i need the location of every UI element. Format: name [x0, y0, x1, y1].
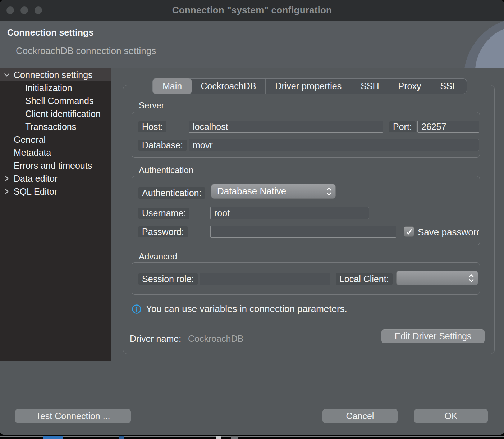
server-group: Host: Port: Database: — [132, 112, 480, 158]
authentication-label: Authentication: — [138, 187, 205, 199]
driver-name-label: Driver name: — [130, 334, 181, 344]
updown-chevrons-icon — [468, 273, 474, 283]
background-fragment — [43, 436, 63, 439]
sidebar-divider — [111, 68, 111, 365]
database-label: Database: — [138, 140, 187, 151]
desktop: Connection "system" configuration Connec… — [0, 0, 504, 439]
page-subtitle: CockroachDB connection settings — [16, 45, 156, 56]
driver-name-value: CockroachDB — [188, 334, 243, 344]
sidebar-item-initialization[interactable]: Initialization — [0, 81, 111, 94]
sidebar-item-general[interactable]: General — [0, 133, 111, 146]
background-fragment — [119, 436, 124, 439]
settings-tree: Connection settings Initialization Shell… — [0, 68, 111, 361]
main-tab-panel: Server Host: Port: Database: Authenticat… — [123, 85, 495, 354]
authentication-group: Authentication: Database Native Username… — [132, 176, 480, 245]
zoom-window-button[interactable] — [35, 6, 42, 14]
advanced-section-title: Advanced — [139, 252, 177, 262]
save-password-label-wrap: Save password — [418, 226, 479, 238]
sidebar-item-label: Metadata — [14, 148, 51, 158]
edit-driver-settings-button[interactable]: Edit Driver Settings — [381, 329, 485, 343]
decorative-swoosh-graphic — [449, 21, 504, 68]
sidebar-item-shell-commands[interactable]: Shell Commands — [0, 94, 111, 107]
authentication-select-value: Database Native — [211, 186, 286, 197]
chevron-right-icon[interactable] — [4, 188, 10, 195]
sidebar-item-label: Initialization — [25, 83, 72, 93]
sidebar-item-label: Connection settings — [14, 70, 93, 80]
password-label: Password: — [138, 226, 188, 237]
local-client-label: Local Client: — [336, 273, 393, 285]
footer-divider — [0, 365, 504, 365]
username-input[interactable] — [210, 207, 369, 219]
info-message: You can use variables in connection para… — [146, 303, 347, 314]
close-window-button[interactable] — [6, 6, 14, 14]
connection-tabs: Main CockroachDB Driver properties SSH P… — [153, 78, 467, 94]
test-connection-button[interactable]: Test Connection ... — [15, 409, 131, 423]
host-label: Host: — [138, 121, 166, 132]
title-bar: Connection "system" configuration — [0, 0, 504, 21]
info-icon — [132, 304, 142, 314]
session-role-input[interactable] — [200, 273, 330, 285]
authentication-select[interactable]: Database Native — [211, 184, 336, 199]
sidebar-item-metadata[interactable]: Metadata — [0, 146, 111, 159]
port-input[interactable] — [417, 121, 479, 133]
tab-driver-properties[interactable]: Driver properties — [265, 79, 351, 94]
tab-ssh[interactable]: SSH — [351, 79, 388, 94]
ok-button[interactable]: OK — [414, 409, 488, 423]
dialog-body: Connection settings Initialization Shell… — [0, 68, 504, 435]
window-title: Connection "system" configuration — [172, 5, 332, 16]
sidebar-item-label: Client identification — [25, 109, 101, 119]
sidebar-item-label: Data editor — [14, 173, 58, 184]
cancel-button[interactable]: Cancel — [322, 409, 398, 423]
tab-main[interactable]: Main — [153, 78, 192, 94]
sidebar-item-connection-settings[interactable]: Connection settings — [0, 68, 111, 81]
panel-divider — [123, 323, 494, 323]
tab-cockroachdb[interactable]: CockroachDB — [191, 79, 265, 94]
sidebar-item-errors-and-timeouts[interactable]: Errors and timeouts — [0, 159, 111, 172]
background-window-edge — [0, 436, 504, 437]
updown-chevrons-icon — [326, 187, 332, 196]
authentication-section-title: Authentication — [139, 165, 193, 175]
server-section-title: Server — [139, 100, 164, 110]
save-password-checkbox[interactable] — [404, 226, 414, 237]
host-input[interactable] — [189, 121, 383, 133]
port-label: Port: — [389, 121, 416, 132]
tab-proxy[interactable]: Proxy — [389, 79, 431, 94]
connection-configuration-dialog: Connection "system" configuration Connec… — [0, 0, 504, 435]
window-controls — [6, 6, 42, 14]
page-title: Connection settings — [7, 27, 93, 38]
sidebar-item-label: SQL Editor — [14, 186, 57, 197]
sidebar-item-label: Errors and timeouts — [14, 160, 92, 171]
session-role-label: Session role: — [138, 273, 198, 285]
info-row: You can use variables in connection para… — [132, 303, 347, 314]
checkmark-icon — [405, 228, 413, 236]
background-fragment — [231, 436, 238, 439]
sidebar-item-client-identification[interactable]: Client identification — [0, 107, 111, 120]
save-password-label: Save password — [418, 227, 479, 237]
chevron-right-icon[interactable] — [4, 175, 10, 182]
sidebar-item-label: Shell Commands — [25, 96, 93, 106]
tab-ssl[interactable]: SSL — [431, 79, 467, 94]
minimize-window-button[interactable] — [20, 6, 28, 14]
sidebar-item-sql-editor[interactable]: SQL Editor — [0, 185, 111, 198]
password-input[interactable] — [210, 226, 396, 238]
dialog-header: Connection settings CockroachDB connecti… — [0, 21, 504, 69]
background-fragment — [216, 436, 221, 439]
advanced-group: Session role: Local Client: — [132, 262, 480, 295]
local-client-select[interactable] — [396, 271, 478, 285]
chevron-down-icon[interactable] — [4, 72, 10, 78]
sidebar-item-label: General — [14, 135, 46, 145]
username-label: Username: — [138, 208, 189, 219]
sidebar-item-label: Transactions — [25, 122, 76, 132]
sidebar-item-transactions[interactable]: Transactions — [0, 120, 111, 133]
database-input[interactable] — [189, 139, 479, 151]
sidebar-item-data-editor[interactable]: Data editor — [0, 172, 111, 185]
